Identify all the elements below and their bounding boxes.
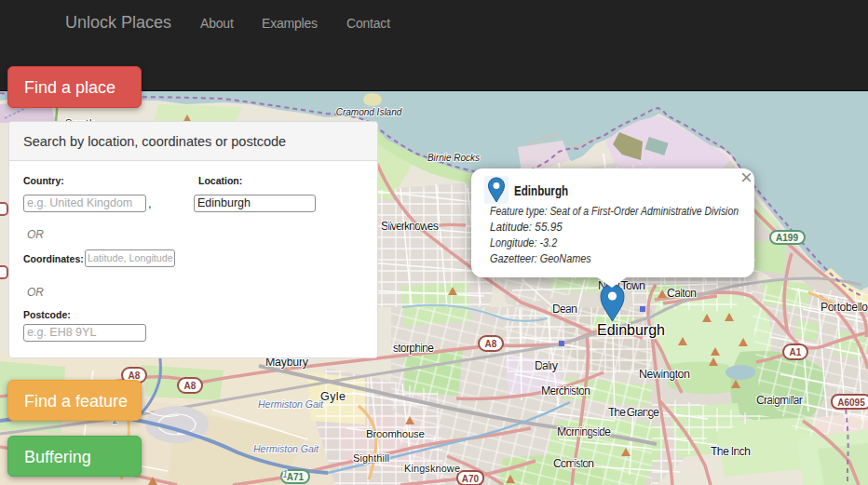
svg-text:A199: A199 [776, 233, 798, 243]
svg-text:Sighthill: Sighthill [353, 452, 389, 464]
svg-text:A8: A8 [184, 381, 197, 391]
svg-text:Morningside: Morningside [557, 425, 611, 438]
svg-text:Hermiston Gait: Hermiston Gait [253, 443, 319, 454]
svg-text:A1: A1 [790, 347, 802, 357]
svg-text:Silverknowes: Silverknowes [381, 220, 439, 233]
svg-text:Hermiston Gait: Hermiston Gait [258, 398, 324, 410]
svg-text:Cramond Island: Cramond Island [336, 107, 402, 117]
svg-text:The Inch: The Inch [711, 445, 751, 458]
svg-text:Calton: Calton [667, 287, 697, 300]
svg-text:Kingsknowe: Kingsknowe [404, 463, 460, 474]
svg-text:Portobello: Portobello [821, 301, 868, 314]
svg-text:A6095: A6095 [837, 397, 865, 408]
svg-text:A71: A71 [287, 472, 305, 482]
svg-text:Gyle: Gyle [320, 390, 346, 403]
svg-text:Merchiston: Merchiston [541, 384, 590, 397]
svg-text:Edinburgh: Edinburgh [597, 322, 665, 338]
svg-text:Broomhouse: Broomhouse [366, 427, 425, 439]
svg-text:1: 1 [282, 468, 288, 479]
svg-text:The Grange: The Grange [608, 406, 659, 419]
svg-text:Comiston: Comiston [553, 457, 594, 470]
svg-text:Dalry: Dalry [535, 359, 559, 372]
svg-text:storphine: storphine [393, 342, 434, 355]
svg-text:A70: A70 [462, 474, 480, 484]
svg-text:Newington: Newington [639, 368, 690, 381]
svg-text:A8: A8 [485, 339, 497, 349]
svg-text:Birnie Rocks: Birnie Rocks [427, 153, 480, 163]
svg-text:Dean: Dean [552, 303, 577, 316]
svg-text:Craigmillar: Craigmillar [756, 394, 803, 407]
